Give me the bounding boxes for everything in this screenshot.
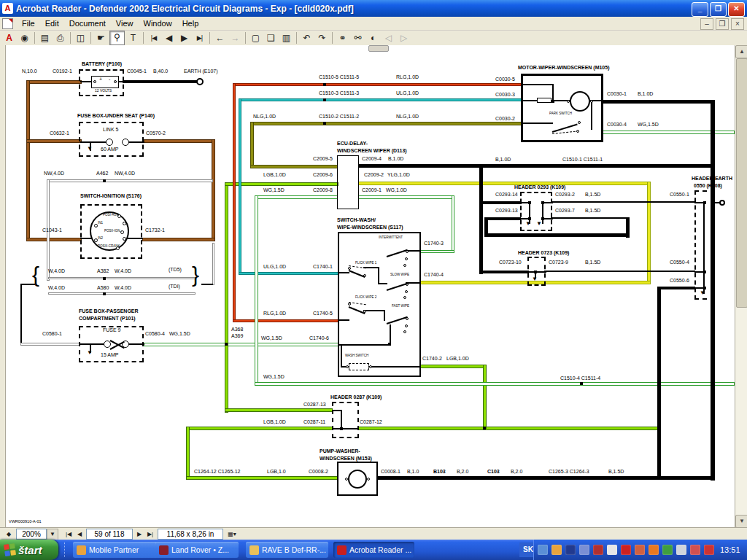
rotate-left-icon[interactable]: ↶ [300, 31, 314, 44]
rotate-right-icon[interactable]: ↷ [315, 31, 329, 44]
battery-icon[interactable] [565, 545, 576, 555]
zoom-tool-icon[interactable]: ⚲ [109, 31, 125, 45]
modem-card-icon[interactable] [551, 545, 562, 555]
toolbar-separator [90, 32, 91, 44]
document-area[interactable] [0, 45, 747, 527]
acrobat-icon [337, 545, 347, 555]
taskbar-clock: 13:51 [720, 545, 740, 554]
status-bar: ◆ 200% ▼ |◀ ◀ 59 of 118 ▶ ▶| 11,68 x 8,2… [0, 527, 747, 540]
find-icon[interactable]: ⚭ [336, 31, 349, 44]
next-view-icon[interactable]: → [228, 31, 242, 44]
nav-pane-icon[interactable]: ◫ [74, 31, 88, 44]
toolbar-separator [245, 32, 246, 44]
menu-view[interactable]: View [111, 18, 139, 29]
toolbar: A◉▤⎙◫☛⚲T|◀◀▶▶|←→▢❑▥↶↷⚭⚯◐◁▷ [0, 31, 747, 46]
prev-highlight-icon[interactable]: ◁ [382, 31, 395, 44]
app-green-icon[interactable] [662, 545, 673, 555]
menu-document[interactable]: Document [64, 18, 111, 29]
fit-width-icon[interactable]: ▥ [279, 31, 293, 44]
page-divider-handle[interactable] [368, 45, 389, 52]
windows-logo-icon [4, 543, 17, 556]
fit-page-icon[interactable]: ❑ [264, 31, 278, 44]
taskbar-button[interactable]: Land Rover • Z... [155, 542, 239, 558]
toolbar-separator [34, 32, 35, 44]
taskbar-button[interactable]: Acrobat Reader ... [333, 542, 414, 558]
folder-icon [249, 545, 259, 555]
text-select-icon[interactable]: T [126, 31, 140, 44]
title-bar: A Acrobat Reader - Defender 2002 Electri… [0, 0, 747, 17]
next-page-status-icon[interactable]: ▶ [133, 529, 145, 540]
start-label: štart [18, 544, 42, 556]
prev-page-status-icon[interactable]: ◀ [74, 529, 85, 540]
scroll-down-icon[interactable]: ▼ [735, 515, 747, 528]
search-icon[interactable]: ⚯ [351, 31, 365, 44]
restore-button[interactable]: ❐ [710, 2, 727, 17]
security-shield-icon[interactable] [607, 545, 617, 555]
minimize-button[interactable]: _ [692, 2, 708, 17]
close-button[interactable]: ✕ [728, 2, 745, 17]
toolbar-separator [332, 32, 333, 44]
menu-bar: FileEditDocumentViewWindowHelp –❐× [0, 17, 747, 31]
toolbar-separator [70, 32, 71, 44]
toolbar-separator [143, 32, 144, 44]
last-page-icon[interactable]: ▶| [193, 31, 206, 44]
menu-help[interactable]: Help [177, 18, 204, 29]
first-page-icon[interactable]: |◀ [147, 31, 160, 44]
taskbar-button-label: Mobile Partner [89, 545, 139, 554]
actual-size-icon[interactable]: ▢ [249, 31, 263, 44]
child-close-icon[interactable]: × [731, 18, 744, 30]
taskbar-button-label: RAVE B Def-RR-... [262, 545, 326, 554]
nav-pane-strip[interactable] [0, 45, 6, 527]
print-icon[interactable]: ⎙ [53, 31, 67, 44]
taskbar-button[interactable]: RAVE B Def-RR-... [246, 542, 328, 558]
network-icon[interactable] [538, 545, 548, 555]
taskbar: štart Mobile PartnerLand Rover • Z...RAV… [0, 540, 747, 560]
window-title: Acrobat Reader - Defender 2002 Electrica… [16, 4, 354, 14]
zoom-level[interactable]: 200% [16, 529, 47, 540]
toolbar-separator [296, 32, 297, 44]
last-page-status-icon[interactable]: ▶| [144, 529, 156, 540]
first-page-status-icon[interactable]: |◀ [63, 529, 74, 540]
open-icon[interactable]: ▤ [38, 31, 52, 44]
hand-tool-icon[interactable]: ☛ [94, 31, 108, 44]
land-rover-icon [159, 545, 169, 555]
acrobat-app-icon: A [2, 3, 13, 14]
wifi-icon[interactable] [704, 545, 714, 555]
taskbar-button-label: Land Rover • Z... [171, 545, 229, 554]
child-restore-icon[interactable]: ❐ [716, 18, 729, 30]
mobile-partner-icon [77, 545, 86, 555]
adobe-acrobat-icon[interactable]: A [2, 31, 16, 44]
page-indicator[interactable]: 59 of 118 [86, 529, 133, 540]
printer-icon[interactable] [676, 545, 686, 555]
page-layout-icon[interactable]: ▦▾ [224, 529, 240, 540]
search-results-icon[interactable]: ◐ [366, 31, 380, 44]
menu-edit[interactable]: Edit [40, 18, 64, 29]
next-page-icon[interactable]: ▶ [177, 31, 191, 44]
volume-icon[interactable] [690, 545, 700, 555]
taskbar-divider [64, 542, 67, 557]
pdf-document-icon[interactable] [2, 18, 13, 29]
vertical-scrollbar[interactable]: ▲ ▼ [735, 45, 747, 527]
antivirus-icon[interactable] [621, 545, 631, 555]
pan-status-icon[interactable]: ◆ [3, 529, 15, 540]
prev-page-icon[interactable]: ◀ [162, 31, 176, 44]
connection-error-icon[interactable] [593, 545, 603, 555]
taskbar-button[interactable]: Mobile Partner [73, 542, 159, 558]
acrobat-online-icon[interactable]: ◉ [18, 31, 31, 44]
start-button[interactable]: štart [0, 540, 58, 560]
scroll-up-icon[interactable]: ▲ [735, 45, 747, 58]
zoom-dropdown-icon[interactable]: ▼ [47, 529, 58, 540]
lan-disabled-icon[interactable] [579, 545, 589, 555]
vertical-scroll-thumb[interactable] [736, 58, 747, 308]
app-red-icon[interactable] [649, 545, 659, 555]
system-tray: 13:51 [533, 540, 747, 560]
menu-file[interactable]: File [17, 18, 40, 29]
acrobat-reader-window: A Acrobat Reader - Defender 2002 Electri… [0, 0, 747, 560]
child-minimize-icon[interactable]: – [700, 18, 713, 30]
next-highlight-icon[interactable]: ▷ [397, 31, 411, 44]
prev-view-icon[interactable]: ← [213, 31, 227, 44]
menu-window[interactable]: Window [139, 18, 177, 29]
update-icon[interactable] [635, 545, 645, 555]
taskbar-button-label: Acrobat Reader ... [349, 545, 411, 554]
toolbar-separator [209, 32, 210, 44]
